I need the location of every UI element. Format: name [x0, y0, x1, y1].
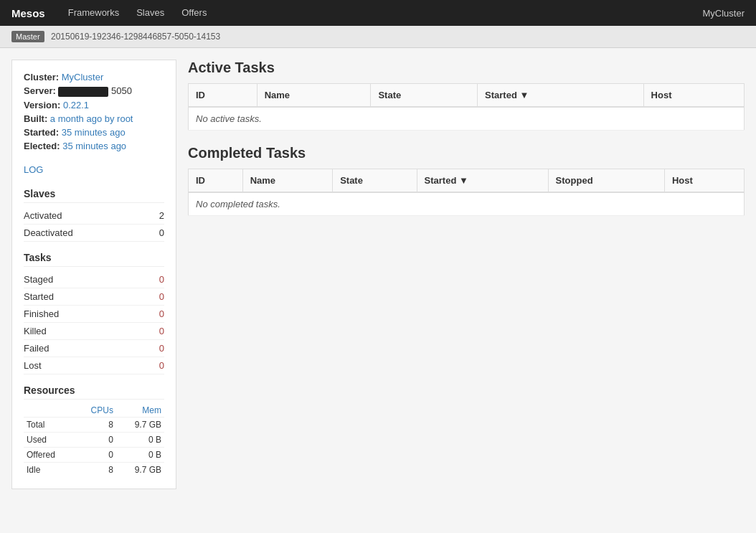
completed-tasks-col-header: State	[333, 169, 417, 193]
started-row: Started: 35 minutes ago	[24, 127, 164, 138]
active-tasks-col-header: State	[371, 84, 478, 108]
slaves-stats: Activated2Deactivated0	[24, 207, 164, 242]
resource-cell: 0 B	[116, 447, 164, 462]
resource-col-header	[24, 404, 75, 418]
server-row: Server: 5050	[24, 85, 164, 97]
breadcrumb-bar: Master 20150619-192346-1298446857-5050-1…	[0, 26, 756, 48]
elected-value[interactable]: 35 minutes ago	[62, 141, 126, 151]
cluster-row: Cluster: MyCluster	[24, 72, 164, 82]
server-port: 5050	[111, 85, 132, 96]
server-label: Server:	[24, 85, 56, 96]
nav-slaves[interactable]: Slaves	[128, 0, 173, 26]
task-stat-value: 0	[159, 291, 164, 302]
resource-row: Offered00 B	[24, 447, 164, 462]
cluster-value[interactable]: MyCluster	[62, 72, 104, 82]
active-tasks-section: Active Tasks IDNameStateStarted ▼Host No…	[188, 60, 745, 131]
master-id: 20150619-192346-1298446857-5050-14153	[51, 32, 220, 42]
task-stat-value: 0	[159, 308, 164, 319]
active-tasks-table: IDNameStateStarted ▼Host No active tasks…	[188, 83, 745, 131]
resource-row: Used00 B	[24, 432, 164, 447]
task-stat-label: Finished	[24, 308, 59, 319]
resource-cell: Idle	[24, 462, 75, 477]
resource-cell: 9.7 GB	[116, 417, 164, 432]
slave-stat-value: 0	[159, 227, 164, 238]
task-stat-value: 0	[159, 343, 164, 354]
slave-stat-label: Deactivated	[24, 227, 73, 238]
resources-section-title: Resources	[24, 385, 164, 400]
task-stat-row: Lost0	[24, 357, 164, 374]
built-row: Built: a month ago by root	[24, 113, 164, 124]
task-stat-label: Failed	[24, 343, 49, 354]
elected-row: Elected: 35 minutes ago	[24, 141, 164, 151]
resource-col-header: CPUs	[75, 404, 116, 418]
elected-label: Elected:	[24, 141, 60, 151]
task-stat-value: 0	[159, 360, 164, 371]
resource-cell: 0 B	[116, 432, 164, 447]
tasks-stats: Staged0Started0Finished0Killed0Failed0Lo…	[24, 271, 164, 374]
sidebar: Cluster: MyCluster Server: 5050 Version:…	[11, 60, 176, 489]
completed-tasks-empty-message: No completed tasks.	[189, 192, 745, 216]
task-stat-value: 0	[159, 326, 164, 336]
completed-tasks-col-header: ID	[189, 169, 243, 193]
built-label: Built:	[24, 113, 47, 124]
slave-stat-label: Activated	[24, 210, 62, 221]
completed-tasks-col-header: Stopped	[548, 169, 664, 193]
slave-stat-row: Activated2	[24, 207, 164, 225]
master-badge: Master	[11, 31, 44, 42]
resource-cell: 8	[75, 462, 116, 477]
tasks-section-title: Tasks	[24, 252, 164, 267]
resources-table: CPUsMem Total89.7 GBUsed00 BOffered00 BI…	[24, 404, 164, 477]
active-tasks-empty-message: No active tasks.	[189, 107, 745, 131]
cluster-name: MyCluster	[702, 8, 745, 19]
task-stat-label: Killed	[24, 326, 47, 336]
task-stat-label: Staged	[24, 274, 53, 285]
main-content: Active Tasks IDNameStateStarted ▼Host No…	[188, 60, 745, 489]
completed-tasks-col-header: Started ▼	[417, 169, 548, 193]
completed-tasks-table: IDNameStateStarted ▼StoppedHost No compl…	[188, 169, 745, 216]
task-stat-row: Killed0	[24, 323, 164, 340]
resource-cell: 0	[75, 432, 116, 447]
active-tasks-title: Active Tasks	[188, 60, 745, 76]
resource-col-header: Mem	[116, 404, 164, 418]
active-tasks-col-header: Started ▼	[478, 84, 644, 108]
completed-tasks-col-header: Name	[242, 169, 333, 193]
active-tasks-col-header: Name	[257, 84, 371, 108]
resource-cell: 0	[75, 447, 116, 462]
task-stat-row: Failed0	[24, 340, 164, 357]
version-label: Version:	[24, 100, 60, 110]
resource-cell: Total	[24, 417, 75, 432]
log-link[interactable]: LOG	[24, 164, 43, 175]
started-value[interactable]: 35 minutes ago	[62, 127, 126, 138]
resource-cell: 9.7 GB	[116, 462, 164, 477]
cluster-label: Cluster:	[24, 72, 59, 82]
active-tasks-col-header: Host	[643, 84, 744, 108]
resource-row: Total89.7 GB	[24, 417, 164, 432]
task-stat-value: 0	[159, 274, 164, 285]
completed-tasks-title: Completed Tasks	[188, 145, 745, 161]
slave-stat-row: Deactivated0	[24, 225, 164, 242]
nav-frameworks[interactable]: Frameworks	[60, 0, 128, 26]
slaves-section-title: Slaves	[24, 188, 164, 203]
top-navbar: Mesos Frameworks Slaves Offers MyCluster	[0, 0, 756, 26]
active-tasks-col-header: ID	[189, 84, 257, 108]
completed-tasks-col-header: Host	[664, 169, 744, 193]
resource-cell: 8	[75, 417, 116, 432]
task-stat-row: Finished0	[24, 306, 164, 323]
task-stat-row: Started0	[24, 288, 164, 306]
resource-cell: Used	[24, 432, 75, 447]
resource-cell: Offered	[24, 447, 75, 462]
server-ip	[58, 87, 108, 97]
task-stat-label: Started	[24, 291, 54, 302]
version-value[interactable]: 0.22.1	[63, 100, 89, 110]
built-value: a month ago by root	[50, 113, 133, 124]
slave-stat-value: 2	[159, 210, 164, 221]
completed-tasks-section: Completed Tasks IDNameStateStarted ▼Stop…	[188, 145, 745, 216]
task-stat-row: Staged0	[24, 271, 164, 288]
resource-row: Idle89.7 GB	[24, 462, 164, 477]
started-label: Started:	[24, 127, 59, 138]
brand: Mesos	[11, 7, 45, 19]
task-stat-label: Lost	[24, 360, 42, 371]
nav-offers[interactable]: Offers	[173, 0, 215, 26]
version-row: Version: 0.22.1	[24, 100, 164, 110]
